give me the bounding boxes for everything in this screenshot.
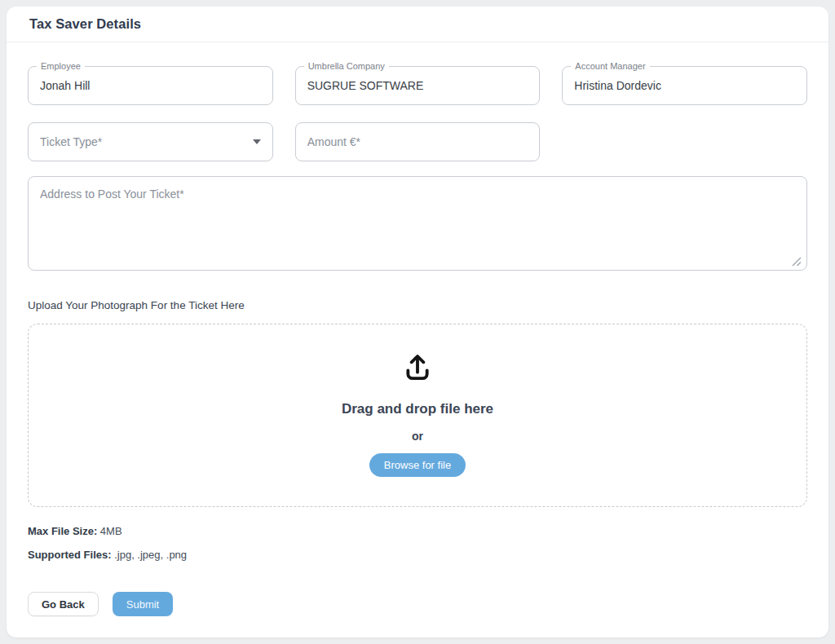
or-text: or: [412, 430, 423, 443]
employee-input[interactable]: [29, 67, 272, 104]
umbrella-company-field: Umbrella Company: [295, 66, 541, 105]
account-manager-input[interactable]: [563, 67, 806, 104]
submit-button[interactable]: Submit: [113, 592, 173, 616]
umbrella-company-field-label: Umbrella Company: [304, 61, 389, 72]
umbrella-company-input[interactable]: [296, 67, 540, 104]
employee-field: Employee: [28, 66, 273, 105]
upload-section-label: Upload Your Photograph For the Ticket He…: [28, 299, 807, 311]
form-body: Employee Umbrella Company Account Manage…: [7, 42, 828, 616]
ticket-type-placeholder: Ticket Type*: [40, 135, 102, 148]
tax-saver-details-card: Tax Saver Details Employee Umbrella Comp…: [7, 7, 828, 637]
file-dropzone[interactable]: Drag and drop file here or Browse for fi…: [28, 324, 807, 507]
account-manager-field-label: Account Manager: [571, 61, 649, 72]
resize-grip-icon[interactable]: [792, 255, 802, 265]
supported-files-label: Supported Files:: [28, 549, 112, 561]
ticket-type-select[interactable]: Ticket Type*: [28, 122, 273, 161]
address-textarea[interactable]: [29, 177, 806, 270]
page-title: Tax Saver Details: [29, 16, 141, 32]
card-header: Tax Saver Details: [7, 7, 828, 42]
amount-input[interactable]: [296, 123, 540, 161]
supported-files-line: Supported Files: .jpg, .jpeg, .png: [28, 549, 807, 561]
supported-files-value: .jpg, .jpeg, .png: [112, 549, 188, 561]
max-file-size-label: Max File Size:: [28, 525, 97, 537]
grid-spacer: [562, 122, 807, 161]
fields-grid: Employee Umbrella Company Account Manage…: [28, 66, 807, 161]
address-field: [28, 176, 807, 271]
chevron-down-icon: [253, 139, 261, 144]
upload-icon: [401, 351, 434, 383]
employee-field-label: Employee: [37, 61, 85, 72]
account-manager-field: Account Manager: [562, 66, 807, 105]
amount-field: [295, 122, 541, 161]
drag-drop-text: Drag and drop file here: [342, 401, 493, 417]
form-actions: Go Back Submit: [28, 592, 807, 616]
max-file-size-line: Max File Size: 4MB: [28, 525, 807, 537]
browse-for-file-button[interactable]: Browse for file: [369, 453, 466, 477]
go-back-button[interactable]: Go Back: [28, 592, 99, 616]
max-file-size-value: 4MB: [97, 525, 121, 537]
